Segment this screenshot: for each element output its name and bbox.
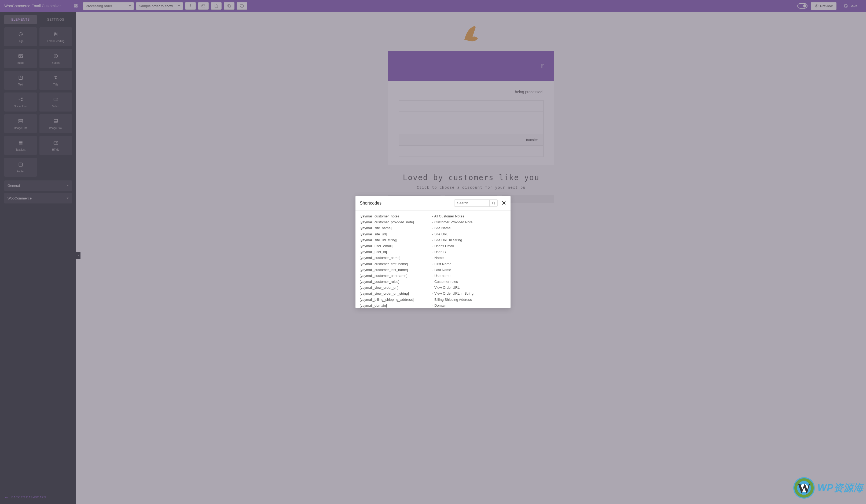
shortcode-row[interactable]: [yaymail_view_order_url]- View Order URL (360, 285, 506, 290)
shortcode-row[interactable]: [yaymail_user_email]- User's Email (360, 243, 506, 249)
shortcode-row[interactable]: [yaymail_user_id]- User ID (360, 249, 506, 255)
search-button[interactable] (489, 200, 497, 206)
watermark: W WP资源海 (793, 477, 863, 499)
shortcode-row[interactable]: [yaymail_site_name]- Site Name (360, 225, 506, 231)
shortcode-row[interactable]: [yaymail_customer_first_name]- First Nam… (360, 261, 506, 267)
modal-title: Shortcodes (360, 201, 454, 206)
shortcode-search-input[interactable] (454, 200, 489, 206)
shortcode-row[interactable]: [yaymail_customer_username]- Username (360, 273, 506, 279)
modal-close-button[interactable]: ✕ (501, 200, 506, 207)
shortcode-row[interactable]: [yaymail_domain]- Domain (360, 303, 506, 308)
shortcode-row[interactable]: [yaymail_customer_provided_note]- Custom… (360, 219, 506, 225)
shortcode-row[interactable]: [yaymail_customer_name]- Name (360, 255, 506, 261)
shortcode-row[interactable]: [yaymail_site_url_string]- Site URL In S… (360, 237, 506, 243)
modal-overlay[interactable]: Shortcodes ✕ [yaymail_customer_notes]- A… (0, 0, 866, 504)
shortcode-row[interactable]: [yaymail_customer_last_name]- Last Name (360, 267, 506, 273)
shortcode-row[interactable]: [yaymail_customer_roles]- Customer roles (360, 279, 506, 285)
shortcode-row[interactable]: [yaymail_billing_shipping_address]- Bill… (360, 297, 506, 303)
svg-point-19 (492, 202, 495, 204)
shortcode-row[interactable]: [yaymail_view_order_url_string]- View Or… (360, 290, 506, 297)
shortcodes-modal: Shortcodes ✕ [yaymail_customer_notes]- A… (355, 196, 511, 308)
shortcode-row[interactable]: [yaymail_customer_notes]- All Customer N… (360, 214, 506, 219)
shortcode-row[interactable]: [yaymail_site_url]- Site URL (360, 231, 506, 237)
